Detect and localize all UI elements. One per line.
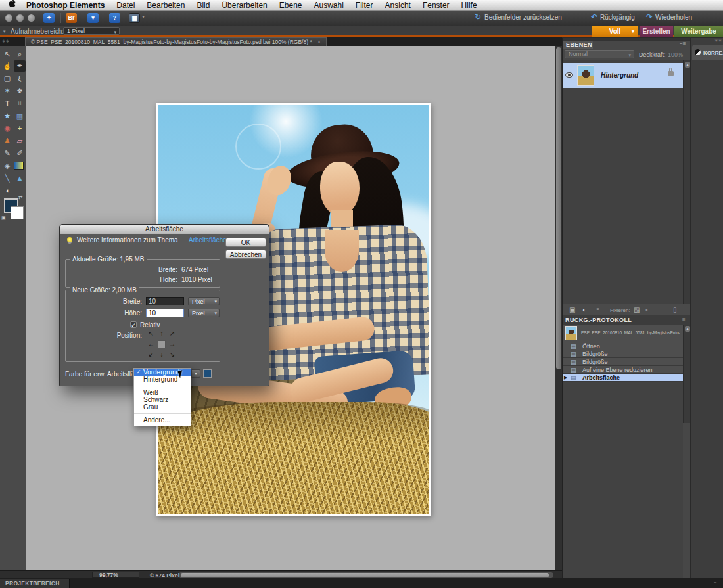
tab-erstellen[interactable]: Erstellen xyxy=(640,26,673,37)
move-tool[interactable]: ↖ xyxy=(1,49,13,60)
layer-name[interactable]: Hintergrund xyxy=(601,72,638,79)
window-close-button[interactable] xyxy=(5,14,12,22)
bridge-icon[interactable]: Br xyxy=(66,13,77,23)
arrange-dropdown-arrow-icon[interactable]: ▾ xyxy=(142,14,145,20)
menu-app-name[interactable]: Photoshop Elements xyxy=(20,0,110,11)
document-tab-close-icon[interactable]: × xyxy=(314,39,321,45)
window-minimize-button[interactable] xyxy=(16,14,24,22)
reset-panels-icon[interactable]: ↻ xyxy=(475,12,481,22)
hand-tool[interactable]: ☝ xyxy=(1,60,13,72)
link-layers-icon[interactable]: ⚭ xyxy=(595,306,601,313)
layers-panel-tab[interactable]: EBENEN xyxy=(563,41,593,49)
undo-button[interactable]: Rückgängig xyxy=(600,14,635,21)
eraser-tool[interactable]: ▱ xyxy=(14,135,26,147)
history-entry[interactable]: ▤Öffnen xyxy=(563,342,683,350)
lock-transparency-icon[interactable]: ▨ xyxy=(634,306,640,313)
history-panel-menu-icon[interactable]: ≡ xyxy=(682,317,686,323)
new-file-icon[interactable]: ✦ xyxy=(43,13,55,23)
ok-button[interactable]: OK xyxy=(225,238,266,247)
vertical-scrollbar-thumb[interactable] xyxy=(556,47,561,369)
history-entry[interactable]: ▤Bildgröße xyxy=(563,358,683,366)
history-entry-selected[interactable]: ▶ ▤Arbeitsfläche xyxy=(563,374,683,382)
menu-bild[interactable]: Bild xyxy=(191,0,216,11)
menu-fenster[interactable]: Fenster xyxy=(417,0,455,11)
menu-item-weiss[interactable]: Weiß xyxy=(134,389,191,396)
spot-healing-tool[interactable]: + xyxy=(14,123,26,134)
arrange-windows-icon[interactable]: ▦ xyxy=(129,13,140,23)
resize-grip-icon[interactable]: ≡ xyxy=(714,579,717,585)
redo-icon[interactable]: ↷ xyxy=(646,12,653,22)
adjustment-layer-icon[interactable]: ◐ xyxy=(582,306,586,313)
tolerance-dropdown[interactable]: 1 Pixel ▾ xyxy=(63,27,120,35)
dialog-info-link[interactable]: Arbeitsfläche xyxy=(189,237,227,244)
tab-voll[interactable]: Voll ▾ xyxy=(592,26,638,37)
undo-icon[interactable]: ↶ xyxy=(591,12,597,22)
apple-menu-icon[interactable] xyxy=(5,0,20,11)
cookie-cutter-tool[interactable]: ★ xyxy=(1,110,13,122)
menu-datei[interactable]: Datei xyxy=(110,0,141,11)
magic-wand-tool[interactable]: ✶ xyxy=(1,85,13,97)
relative-checkbox[interactable]: ✓ xyxy=(130,321,137,328)
history-snapshot-row[interactable]: PSE_PSE_20100810_MAL_5581_by-MagistusFot… xyxy=(563,325,683,342)
default-colors-icon[interactable]: ▣ xyxy=(1,215,6,221)
brush-tool[interactable]: ✎ xyxy=(1,148,13,159)
menu-item-grau[interactable]: Grau xyxy=(134,403,191,411)
help-icon[interactable]: ? xyxy=(109,13,120,23)
shape-tool[interactable]: ╲ xyxy=(1,173,13,184)
options-collapse-icon[interactable]: ▾ xyxy=(3,29,6,34)
scrollbar-up-arrow-icon[interactable]: ▴ xyxy=(685,326,690,332)
menu-item-andere[interactable]: Andere... xyxy=(134,417,191,424)
zoom-tool[interactable]: ⌕ xyxy=(14,49,26,60)
layers-panel-menu-icon[interactable]: −≡ xyxy=(680,41,686,47)
canvas-color-dropdown-arrow[interactable]: ▾ xyxy=(191,369,200,378)
red-eye-tool[interactable]: ◉ xyxy=(1,123,13,134)
menu-ueberarbeiten[interactable]: Überarbeiten xyxy=(216,0,273,11)
canvas-color-swatch[interactable] xyxy=(203,369,212,378)
new-height-unit-dropdown[interactable]: Pixel▾ xyxy=(188,309,220,317)
document-tab[interactable]: © PSE_PSE_20100810_MAL_5581_by-MagistusF… xyxy=(25,37,327,46)
anchor-position-widget[interactable]: ↖↑↗ ← → ↙↓↘ xyxy=(147,330,176,359)
layer-row-hintergrund[interactable]: Hintergrund xyxy=(563,63,683,88)
blend-mode-dropdown[interactable]: Normal ▾ xyxy=(565,50,634,58)
layer-visibility-eye-icon[interactable] xyxy=(565,72,573,78)
cancel-button[interactable]: Abbrechen xyxy=(225,250,266,259)
new-width-unit-dropdown[interactable]: Pixel▾ xyxy=(188,297,220,305)
menu-auswahl[interactable]: Auswahl xyxy=(308,0,350,11)
horizontal-scrollbar-thumb[interactable] xyxy=(181,573,549,577)
tab-weitergabe[interactable]: Weitergabe xyxy=(674,26,723,37)
history-entry[interactable]: ▤Auf eine Ebene reduzieren xyxy=(563,366,683,374)
lasso-tool[interactable]: ξ xyxy=(14,73,26,84)
new-height-input[interactable]: 10 xyxy=(146,309,184,317)
menu-ansicht[interactable]: Ansicht xyxy=(379,0,417,11)
layer-thumbnail[interactable] xyxy=(577,65,594,86)
opacity-value[interactable]: 100% xyxy=(668,51,683,58)
paint-bucket-tool[interactable]: ◈ xyxy=(1,160,13,171)
zoom-level-field[interactable]: 99,77% xyxy=(92,572,139,578)
scrollbar-up-arrow-icon[interactable]: ▴ xyxy=(685,62,690,68)
swap-colors-icon[interactable]: ⇄ xyxy=(18,194,23,200)
quick-selection-tool[interactable]: ❖ xyxy=(14,85,26,97)
menu-bearbeiten[interactable]: Bearbeiten xyxy=(141,0,191,11)
anchor-center-cell[interactable] xyxy=(158,340,166,348)
recompose-tool[interactable]: ▦ xyxy=(14,110,26,122)
gradient-tool[interactable] xyxy=(14,162,24,170)
redo-button[interactable]: Wiederholen xyxy=(655,14,692,21)
smart-brush-tool[interactable]: ✐ xyxy=(14,148,26,159)
window-zoom-button[interactable] xyxy=(28,14,35,22)
menu-item-schwarz[interactable]: Schwarz xyxy=(134,396,191,403)
new-layer-icon[interactable]: ▣ xyxy=(569,306,575,313)
dialog-titlebar[interactable]: Arbeitsfläche xyxy=(60,225,269,234)
crop-tool[interactable]: ⌗ xyxy=(14,98,26,109)
clone-stamp-tool[interactable]: ♟ xyxy=(1,135,13,147)
reset-panels-button[interactable]: Bedienfelder zurücksetzen xyxy=(484,14,562,21)
history-panel-tab[interactable]: RÜCKG.-PROTOKOLL xyxy=(565,317,632,323)
project-bin-tab[interactable]: PROJEKTBEREICH xyxy=(0,579,70,588)
eyedropper-tool[interactable]: ✒ xyxy=(14,60,26,72)
background-color-swatch[interactable] xyxy=(11,206,24,219)
tab-korrekturen[interactable]: KORRE... xyxy=(692,45,723,60)
marquee-tool[interactable]: ▢ xyxy=(1,73,13,84)
new-width-input[interactable]: 10 xyxy=(146,297,184,305)
voll-dropdown-arrow-icon[interactable]: ▾ xyxy=(632,26,634,37)
lock-all-icon[interactable]: ▪ xyxy=(645,306,648,313)
menu-filter[interactable]: Filter xyxy=(350,0,379,11)
